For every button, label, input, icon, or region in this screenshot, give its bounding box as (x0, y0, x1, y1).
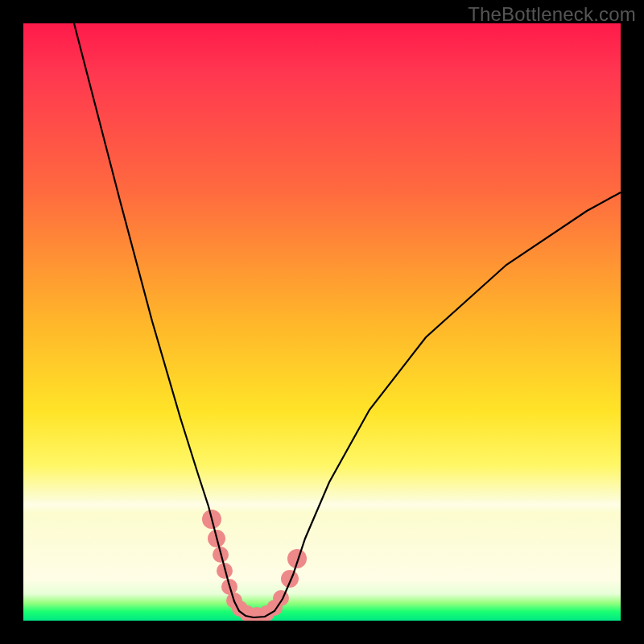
curve-left-branch (74, 23, 254, 617)
curve-right-branch (254, 192, 621, 617)
chart-frame: TheBottleneck.com (0, 0, 644, 644)
marker-bead (273, 590, 289, 606)
watermark-text: TheBottleneck.com (468, 3, 636, 26)
plot-area (23, 23, 621, 621)
marker-bead (281, 570, 299, 588)
marker-beads (202, 510, 307, 621)
bottleneck-curve (23, 23, 621, 621)
